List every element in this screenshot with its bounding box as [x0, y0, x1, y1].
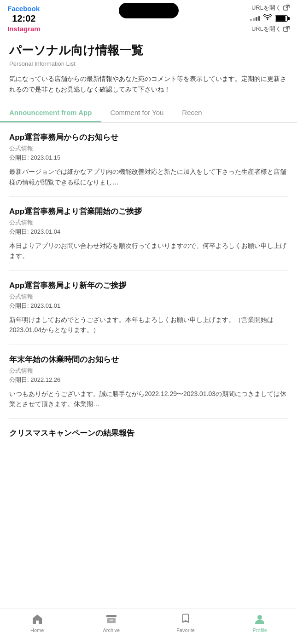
announcement-title-5: クリスマスキャンペーンの結果報告	[9, 428, 288, 438]
nav-favorite-label: Favorite	[176, 627, 195, 633]
battery-icon	[275, 15, 290, 22]
signal-icon	[250, 16, 260, 21]
announcement-body-3: 新年明けましておめでとうございます。本年もよろしくお願い申し上げます。（営業開始…	[9, 315, 288, 335]
svg-rect-2	[106, 615, 116, 617]
status-bar: Facebook 12:02 Instagram URLを開く	[0, 0, 297, 35]
announcement-date-1: 公開日: 2023.01.15	[9, 154, 288, 162]
dynamic-island	[119, 3, 179, 18]
external-link-icon	[283, 5, 290, 11]
announcement-title-4: 年末年始の休業時間のお知らせ	[9, 354, 288, 365]
announcement-item-1[interactable]: App運営事務局からのお知らせ 公式情報 公開日: 2023.01.15 最新バ…	[9, 123, 288, 197]
announcement-item-2[interactable]: App運営事務局より営業開始のご挨拶 公式情報 公開日: 2023.01.04 …	[9, 197, 288, 271]
announcement-item-3[interactable]: App運営事務局より新年のご挨拶 公式情報 公開日: 2023.01.01 新年…	[9, 271, 288, 345]
tab-recent[interactable]: Recen	[173, 103, 211, 122]
tab-announcement[interactable]: Announcement from App	[0, 103, 101, 122]
announcement-item-4[interactable]: 年末年始の休業時間のお知らせ 公式情報 公開日: 2022.12.26 いつもあ…	[9, 345, 288, 419]
status-left: Facebook 12:02 Instagram	[7, 5, 41, 33]
profile-icon	[253, 613, 266, 626]
page-description: 気になっている店舗からの最新情報やあなた宛のコメント等を表示しています。定期的に…	[9, 74, 288, 95]
announcement-date-3: 公開日: 2023.01.01	[9, 302, 288, 310]
wifi-icon	[263, 14, 272, 23]
tab-comment[interactable]: Comment for You	[101, 103, 173, 122]
announcement-title-1: App運営事務局からのお知らせ	[9, 132, 288, 143]
announcement-item-5[interactable]: クリスマスキャンペーンの結果報告	[9, 419, 288, 445]
page-subtitle: Personal Information List	[9, 60, 288, 67]
svg-rect-3	[107, 618, 116, 623]
announcement-title-2: App運営事務局より営業開始のご挨拶	[9, 206, 288, 217]
instagram-label: Instagram	[7, 25, 41, 33]
announcement-tag-2: 公式情報	[9, 218, 288, 227]
nav-home-label: Home	[30, 627, 44, 633]
status-right: URLを開く	[250, 4, 290, 33]
tabs-inner: Announcement from App Comment for You Re…	[0, 103, 211, 122]
status-icons	[250, 14, 290, 23]
announcement-body-2: 本日よりアプリのお問い合わせ対応を順次行ってまいりますので、何卒よろしくお願い申…	[9, 241, 288, 261]
announcement-date-4: 公開日: 2022.12.26	[9, 376, 288, 384]
nav-archive-label: Archive	[103, 627, 120, 633]
announcements-list: App運営事務局からのお知らせ 公式情報 公開日: 2023.01.15 最新バ…	[0, 123, 297, 445]
page-header: パーソナル向け情報一覧 Personal Information List 気に…	[0, 35, 297, 95]
nav-profile[interactable]: Profile	[223, 613, 297, 633]
external-link-icon-2	[283, 26, 290, 32]
nav-favorite[interactable]: Favorite	[149, 613, 223, 633]
tabs-container[interactable]: Announcement from App Comment for You Re…	[0, 103, 297, 123]
page-title: パーソナル向け情報一覧	[9, 42, 288, 58]
status-time: 12:02	[7, 13, 41, 24]
favorite-icon	[179, 613, 192, 626]
nav-archive[interactable]: Archive	[74, 613, 148, 633]
facebook-label: Facebook	[7, 5, 41, 12]
url-open-bottom[interactable]: URLを開く	[251, 25, 290, 33]
archive-icon	[105, 613, 118, 626]
announcement-tag-1: 公式情報	[9, 144, 288, 153]
nav-home[interactable]: Home	[0, 613, 74, 633]
svg-rect-4	[110, 620, 113, 621]
announcement-tag-3: 公式情報	[9, 293, 288, 301]
nav-profile-label: Profile	[253, 627, 267, 633]
url-open-top[interactable]: URLを開く	[251, 4, 290, 12]
announcement-tag-4: 公式情報	[9, 367, 288, 375]
announcement-body-1: 最新バージョンでは細かなアプリ内の機能改善対応と新たに加入をして下さった生産者様…	[9, 167, 288, 187]
announcement-body-4: いつもありがとうございます。誠に勝手ながら2022.12.29〜2023.01.…	[9, 389, 288, 409]
announcement-title-3: App運営事務局より新年のご挨拶	[9, 280, 288, 291]
announcement-date-2: 公開日: 2023.01.04	[9, 228, 288, 236]
bottom-nav: Home Archive Favorite Profile	[0, 609, 297, 644]
svg-point-6	[257, 615, 262, 620]
home-icon	[31, 613, 44, 626]
